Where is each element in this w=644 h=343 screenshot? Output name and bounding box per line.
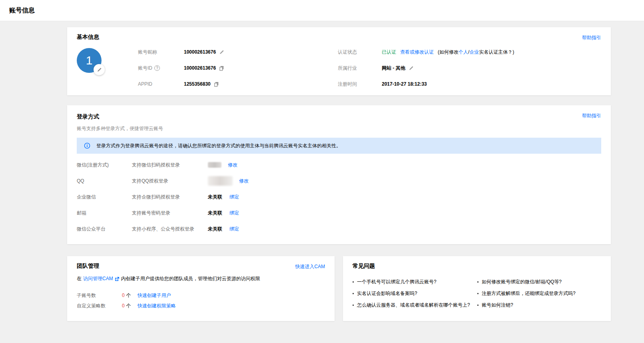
login-method-list: 微信(注册方式) 支持微信扫码授权登录 修改 QQ 支持QQ授权登录 修改 企业… — [77, 157, 601, 237]
masked-account-value — [208, 176, 233, 186]
method-desc: 支持小程序、公众号授权登录 — [132, 226, 208, 233]
bullet-icon — [353, 305, 354, 306]
cam-console-link[interactable]: 访问管理CAM — [83, 275, 113, 282]
copy-account-id-button[interactable] — [219, 66, 224, 71]
copy-appid-button[interactable] — [214, 82, 219, 87]
appid-value: 1255356830 — [184, 81, 211, 87]
modify-wechat-link[interactable]: 修改 — [228, 162, 237, 168]
info-circle-icon — [84, 142, 90, 149]
sub-account-row: 子账号数 0 个 快速创建子用户 — [77, 290, 325, 301]
faq-column-right: 如何修改账号绑定的微信/邮箱/QQ等? 注册方式被解绑后，还能绑定成登录方式吗?… — [477, 276, 601, 311]
login-row-wecom: 企业微信 支持企微扫码授权登录 未关联 绑定 — [77, 189, 601, 205]
bind-status: 未关联 — [208, 226, 222, 233]
sub-account-label: 子账号数 — [77, 292, 122, 299]
method-name: 邮箱 — [77, 210, 132, 217]
bullet-icon — [477, 281, 479, 283]
enter-cam-link[interactable]: 快速进入CAM — [295, 263, 325, 270]
info-banner: 登录方式作为登录腾讯云账号的途径，请确认您所绑定的登录方式的使用主体与当前腾讯云… — [77, 138, 601, 154]
auth-status-value: 已认证 — [382, 49, 396, 56]
team-management-card: 团队管理 快速进入CAM 在 访问管理CAM 内创建子用户提供给您的团队成员，管… — [67, 256, 335, 321]
faq-item[interactable]: 怎么确认云服务器、域名或者域名解析在哪个账号上? — [353, 299, 477, 311]
auth-note: (如何修改个人/企业实名认证主体？) — [438, 49, 514, 56]
personal-auth-link[interactable]: 个人 — [459, 49, 468, 55]
bind-email-link[interactable]: 绑定 — [229, 210, 239, 217]
login-row-wechat: 微信(注册方式) 支持微信扫码授权登录 修改 — [77, 157, 601, 173]
method-desc: 支持微信扫码授权登录 — [132, 162, 208, 168]
custom-policy-label: 自定义策略数 — [77, 303, 122, 309]
faq-item[interactable]: 如何修改账号绑定的微信/邮箱/QQ等? — [477, 276, 601, 288]
copy-icon — [214, 82, 219, 87]
field-row-appid: APPID 1255356830 — [138, 76, 338, 92]
nickname-label: 账号昵称 — [138, 49, 184, 56]
faq-item[interactable]: 一个手机号可以绑定几个腾讯云账号? — [353, 276, 477, 288]
login-methods-subtitle: 账号支持多种登录方式，便捷管理云账号 — [77, 125, 601, 132]
field-row-account-id: 账号ID ? 100002613676 — [138, 60, 338, 76]
create-policy-link[interactable]: 快速创建权限策略 — [138, 303, 176, 309]
field-row-register-time: 注册时间 2017-10-27 18:12:33 — [338, 76, 601, 92]
industry-label: 所属行业 — [338, 65, 382, 72]
sub-account-count: 0 — [122, 293, 125, 298]
create-sub-user-link[interactable]: 快速创建子用户 — [138, 292, 171, 299]
login-help-link[interactable]: 帮助指引 — [582, 112, 601, 119]
bullet-icon — [477, 305, 479, 306]
login-methods-card: 登录方式 帮助指引 账号支持多种登录方式，便捷管理云账号 登录方式作为登录腾讯云… — [67, 105, 611, 244]
page-header: 账号信息 — [0, 0, 644, 21]
method-name: 微信(注册方式) — [77, 162, 132, 168]
register-time-label: 注册时间 — [338, 81, 382, 88]
bind-wecom-link[interactable]: 绑定 — [229, 194, 239, 201]
pencil-icon — [409, 66, 414, 71]
basic-info-card: 基本信息 帮助指引 1 账号昵称 100002613676 — [67, 27, 611, 95]
bullet-icon — [477, 293, 479, 294]
account-id-value: 100002613676 — [184, 65, 216, 71]
field-row-nickname: 账号昵称 100002613676 — [138, 44, 338, 60]
avatar-edit-button[interactable] — [94, 64, 105, 75]
question-circle-icon[interactable]: ? — [154, 65, 160, 71]
faq-title: 常见问题 — [353, 263, 601, 270]
register-time-value: 2017-10-27 18:12:33 — [382, 81, 427, 87]
method-desc: 支持账号密码登录 — [132, 210, 208, 217]
enterprise-auth-link[interactable]: 企业 — [469, 49, 479, 55]
method-desc: 支持企微扫码授权登录 — [132, 194, 208, 201]
masked-account-value — [208, 162, 221, 168]
faq-column-left: 一个手机号可以绑定几个腾讯云账号? 实名认证会影响域名备案吗? 怎么确认云服务器… — [353, 276, 477, 311]
faq-item[interactable]: 实名认证会影响域名备案吗? — [353, 288, 477, 299]
industry-value: 网站 - 其他 — [382, 65, 405, 72]
bullet-icon — [353, 293, 354, 294]
custom-policy-count: 0 — [122, 303, 125, 309]
edit-industry-button[interactable] — [409, 66, 414, 71]
avatar: 1 — [77, 48, 102, 73]
custom-policy-row: 自定义策略数 0 个 快速创建权限策略 — [77, 301, 325, 311]
pencil-icon — [219, 50, 224, 55]
method-name: 企业微信 — [77, 194, 132, 201]
main-content: 基本信息 帮助指引 1 账号昵称 100002613676 — [67, 27, 611, 321]
page-title: 账号信息 — [9, 6, 35, 15]
external-link-icon — [115, 277, 120, 281]
pencil-icon — [97, 67, 102, 72]
faq-card: 常见问题 一个手机号可以绑定几个腾讯云账号? 实名认证会影响域名备案吗? 怎么确… — [343, 256, 611, 321]
faq-item[interactable]: 账号如何注销? — [477, 299, 601, 311]
auth-status-label: 认证状态 — [338, 49, 382, 56]
appid-label: APPID — [138, 81, 184, 87]
bullet-icon — [353, 281, 354, 283]
method-name: QQ — [77, 178, 132, 184]
avatar-zone: 1 — [77, 44, 138, 92]
login-row-wechat-official: 微信公众平台 支持小程序、公众号授权登录 未关联 绑定 — [77, 221, 601, 237]
basic-help-link[interactable]: 帮助指引 — [582, 34, 601, 41]
login-row-qq: QQ 支持QQ授权登录 修改 — [77, 173, 601, 189]
team-description: 在 访问管理CAM 内创建子用户提供给您的团队成员，管理他们对云资源的访问权限 — [77, 275, 325, 282]
account-id-label: 账号ID — [138, 65, 152, 72]
modify-qq-link[interactable]: 修改 — [239, 178, 249, 185]
bind-status: 未关联 — [208, 194, 222, 201]
login-methods-title: 登录方式 — [77, 113, 601, 120]
field-row-industry: 所属行业 网站 - 其他 — [338, 60, 601, 76]
method-desc: 支持QQ授权登录 — [132, 178, 208, 185]
faq-item[interactable]: 注册方式被解绑后，还能绑定成登录方式吗? — [477, 288, 601, 299]
edit-nickname-button[interactable] — [219, 50, 224, 55]
view-modify-auth-link[interactable]: 查看或修改认证 — [400, 49, 434, 56]
bind-wechat-official-link[interactable]: 绑定 — [229, 226, 239, 233]
basic-fields-right: 认证状态 已认证 查看或修改认证 (如何修改个人/企业实名认证主体？) 所属行业… — [338, 44, 601, 92]
nickname-value: 100002613676 — [184, 49, 216, 55]
basic-info-title: 基本信息 — [77, 34, 601, 41]
bind-status: 未关联 — [208, 210, 222, 217]
field-row-auth-status: 认证状态 已认证 查看或修改认证 (如何修改个人/企业实名认证主体？) — [338, 44, 601, 60]
